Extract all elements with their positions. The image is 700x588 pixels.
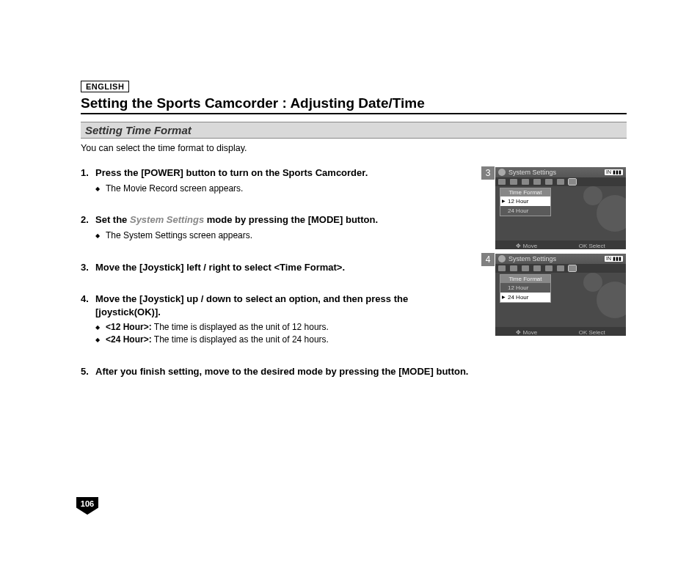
- mode-icon: [498, 179, 506, 185]
- step-sublist: The Movie Record screen appears.: [95, 183, 473, 195]
- mode-icon: [533, 265, 541, 271]
- step-subitem: The Movie Record screen appears.: [95, 183, 473, 195]
- menu-box: Time Format12 Hour24 Hour: [500, 188, 551, 216]
- gear-icon: [585, 188, 627, 240]
- screen-footer: ✥ MoveOK Select: [495, 327, 626, 337]
- mode-icon: [522, 179, 529, 185]
- screen-header-title: System Settings: [508, 255, 556, 262]
- mode-icon: [498, 265, 506, 271]
- manual-page: ENGLISH Setting the Sports Camcorder : A…: [81, 79, 627, 397]
- footer-move: ✥ Move: [516, 243, 537, 249]
- mode-icon: [557, 179, 564, 185]
- menu-option: 12 Hour: [500, 196, 550, 206]
- camcorder-screen: System SettingsIN ▮▮▮Time Format12 Hour2…: [495, 166, 627, 250]
- step-item: Move the [Joystick] left / right to sele…: [81, 261, 473, 274]
- screens-column: 3System SettingsIN ▮▮▮Time Format12 Hour…: [481, 166, 627, 339]
- menu-option: 12 Hour: [500, 283, 550, 293]
- step-item: Press the [POWER] button to turn on the …: [81, 166, 473, 194]
- page-title: Setting the Sports Camcorder : Adjusting…: [81, 95, 627, 114]
- menu-title: Time Format: [500, 188, 550, 196]
- intro-text: You can select the time format to displa…: [81, 143, 627, 153]
- screen-icon-row: [495, 264, 626, 273]
- screen-header-title: System Settings: [508, 169, 556, 176]
- step-sublist: <12 Hour>: The time is displayed as the …: [95, 321, 473, 346]
- menu-option: 24 Hour: [500, 293, 550, 302]
- subitem-bold: <24 Hour>:: [106, 334, 152, 345]
- screen-number: 3: [481, 166, 495, 180]
- gear-icon: [498, 255, 506, 262]
- footer-select: OK Select: [579, 329, 605, 336]
- steps-column: Press the [POWER] button to turn on the …: [81, 166, 481, 397]
- mode-icon: [545, 265, 553, 271]
- mode-icon: [569, 265, 576, 271]
- screen-header: System SettingsIN ▮▮▮: [495, 167, 626, 177]
- screen-header: System SettingsIN ▮▮▮: [495, 254, 626, 264]
- gear-icon: [498, 169, 506, 176]
- mode-icon: [522, 265, 529, 271]
- step-item: Move the [Joystick] up / down to select …: [81, 293, 473, 346]
- step-item: After you finish setting, move to the de…: [81, 365, 473, 378]
- menu-option: 24 Hour: [500, 206, 550, 216]
- screen-icon-row: [495, 177, 626, 186]
- battery-icon: IN ▮▮▮: [605, 169, 623, 175]
- camcorder-screen: System SettingsIN ▮▮▮Time Format12 Hour2…: [495, 253, 627, 337]
- screen-wrap: 3System SettingsIN ▮▮▮Time Format12 Hour…: [481, 166, 627, 250]
- screen-body: Time Format12 Hour24 Hour: [495, 273, 626, 327]
- content-row: Press the [POWER] button to turn on the …: [81, 166, 627, 397]
- gear-icon: [585, 274, 627, 327]
- mode-icon: [557, 265, 564, 271]
- mode-icon: [545, 179, 553, 185]
- subitem-bold: <12 Hour>:: [106, 322, 152, 332]
- step-subitem: The System Settings screen appears.: [95, 229, 473, 242]
- footer-select: OK Select: [579, 243, 605, 249]
- step-sublist: The System Settings screen appears.: [95, 229, 473, 242]
- mode-icon: [569, 179, 576, 185]
- step-subitem: <12 Hour>: The time is displayed as the …: [95, 321, 473, 334]
- steps-list: Press the [POWER] button to turn on the …: [81, 166, 473, 378]
- mode-icon: [510, 179, 517, 185]
- screen-body: Time Format12 Hour24 Hour: [495, 186, 626, 240]
- mode-icon: [510, 265, 517, 271]
- step-subitem: <24 Hour>: The time is displayed as the …: [95, 334, 473, 346]
- mode-icon: [533, 179, 541, 185]
- screen-footer: ✥ MoveOK Select: [495, 240, 626, 250]
- menu-title: Time Format: [500, 275, 550, 283]
- menu-box: Time Format12 Hour24 Hour: [500, 274, 551, 303]
- battery-icon: IN ▮▮▮: [605, 256, 623, 262]
- step-gray-text: System Settings: [130, 214, 204, 225]
- step-item: Set the System Settings mode by pressing…: [81, 213, 473, 241]
- screen-number: 4: [481, 253, 495, 266]
- language-tag: ENGLISH: [81, 81, 129, 92]
- page-number-badge: 106: [76, 497, 98, 515]
- screen-wrap: 4System SettingsIN ▮▮▮Time Format12 Hour…: [481, 253, 627, 337]
- footer-move: ✥ Move: [516, 329, 537, 336]
- section-subtitle: Setting Time Format: [81, 122, 627, 139]
